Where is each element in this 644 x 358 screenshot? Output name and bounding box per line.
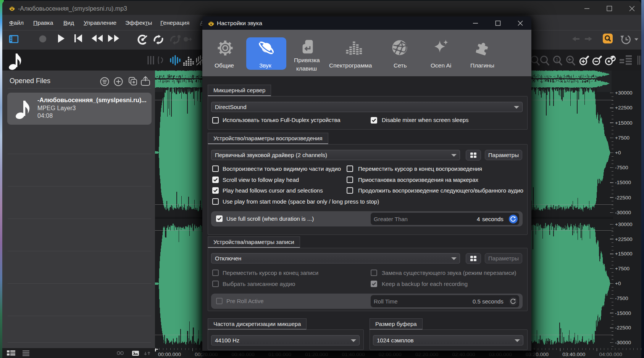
svg-text:00:00.000: 00:00.000 xyxy=(158,352,181,357)
svg-text:-22500: -22500 xyxy=(615,325,631,331)
svg-text:+0: +0 xyxy=(615,281,621,286)
svg-text:+30000: +30000 xyxy=(615,90,632,96)
svg-text:+7500: +7500 xyxy=(615,266,629,271)
svg-text:+30000: +30000 xyxy=(615,222,632,227)
svg-text:-7500: -7500 xyxy=(615,295,628,301)
svg-text:+22500: +22500 xyxy=(615,236,632,242)
svg-text:+7500: +7500 xyxy=(615,135,629,141)
svg-text:-22500: -22500 xyxy=(615,195,631,201)
svg-text:+15000: +15000 xyxy=(615,120,632,126)
svg-text:+15000: +15000 xyxy=(615,251,632,257)
svg-text:-15000: -15000 xyxy=(615,180,631,185)
svg-text:-30000: -30000 xyxy=(615,340,631,345)
svg-text:04:00.000: 04:00.000 xyxy=(599,352,622,357)
svg-text:-15000: -15000 xyxy=(615,310,631,316)
svg-text:+0: +0 xyxy=(615,150,621,156)
svg-text:03:40.000: 03:40.000 xyxy=(562,352,585,357)
svg-text:-30000: -30000 xyxy=(615,210,631,215)
svg-text:-7500: -7500 xyxy=(615,165,628,170)
svg-text:+22500: +22500 xyxy=(615,105,632,111)
